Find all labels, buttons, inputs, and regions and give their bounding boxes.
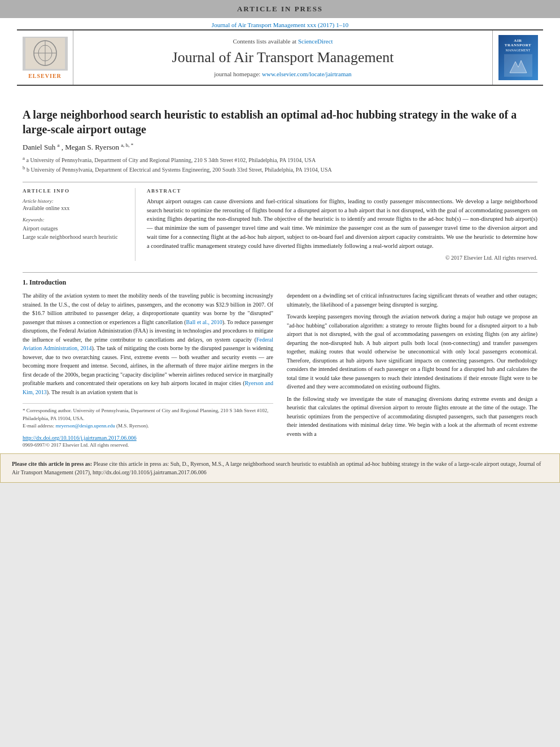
main-content: A large neighborhood search heuristic to… [0, 86, 560, 453]
journal-title: Journal of Air Transport Management [172, 49, 394, 66]
email-person: (M.S. Ryerson). [116, 423, 149, 429]
article-in-press-banner: ARTICLE IN PRESS [0, 0, 560, 18]
body-col-left: The ability of the aviation system to me… [23, 291, 273, 448]
elsevier-logo-area: ELSEVIER [17, 30, 73, 85]
keyword-2: Large scale neighborhood search heuristi… [23, 233, 127, 241]
journal-ref-line: Journal of Air Transport Management xxx … [0, 18, 560, 29]
please-cite-label: Please cite this article in press as: [12, 461, 92, 467]
elsevier-label: ELSEVIER [28, 73, 62, 79]
footnote-section: * Corresponding author. University of Pe… [23, 403, 273, 430]
journal-thumbnail: AIR TRANSPORT MANAGEMENT [498, 35, 538, 80]
doi-section: http://dx.doi.org/10.1016/j.jairtraman.2… [23, 435, 273, 448]
homepage-line: journal homepage: www.elsevier.com/locat… [214, 71, 352, 77]
abstract-label: ABSTRACT [147, 188, 537, 194]
affiliation-a: a a University of Pennsylvania, Departme… [23, 155, 537, 163]
keywords-label: Keywords: [23, 217, 127, 222]
article-title: A large neighborhood search heuristic to… [23, 107, 537, 137]
contents-text: Contents lists available at [233, 38, 296, 45]
ref-ryerson[interactable]: Ryerson and Kim, 2013 [23, 380, 273, 395]
intro-para2: dependent on a dwindling set of critical… [287, 291, 537, 309]
article-info-column: ARTICLE INFO Article history: Available … [23, 188, 135, 261]
banner-text: ARTICLE IN PRESS [237, 5, 323, 13]
intro-heading: 1. Introduction [23, 278, 537, 287]
author-daniel: Daniel Suh [23, 143, 57, 151]
author-separator: , Megan S. Ryerson [62, 143, 121, 151]
intro-para4: In the following study we investigate th… [287, 395, 537, 439]
intro-para1: The ability of the aviation system to me… [23, 291, 273, 396]
intro-para3: Towards keeping passengers moving throug… [287, 312, 537, 391]
body-two-col: The ability of the aviation system to me… [23, 291, 537, 448]
body-col-right: dependent on a dwindling set of critical… [287, 291, 537, 448]
keyword-1: Airport outages [23, 224, 127, 233]
history-label: Article history: [23, 198, 127, 204]
affiliation-a-text: a University of Pennsylvania, Department… [27, 158, 316, 164]
journal-thumbnail-area: AIR TRANSPORT MANAGEMENT [492, 30, 543, 85]
authors-line: Daniel Suh a , Megan S. Ryerson a, b, * [23, 142, 537, 152]
journal-ref-text: Journal of Air Transport Management xxx … [212, 21, 348, 28]
page: ARTICLE IN PRESS Journal of Air Transpor… [0, 0, 560, 483]
journal-header: ELSEVIER Contents lists available at Sci… [17, 29, 543, 86]
footnote-star: * Corresponding author. University of Pe… [23, 407, 273, 422]
contents-line: Contents lists available at ScienceDirec… [233, 38, 333, 45]
homepage-label: journal homepage: [214, 71, 260, 77]
journal-header-center: Contents lists available at ScienceDirec… [73, 30, 492, 85]
homepage-url[interactable]: www.elsevier.com/locate/jairtraman [262, 71, 352, 77]
info-abstract-section: ARTICLE INFO Article history: Available … [23, 182, 537, 261]
citation-bar: Please cite this article in press as: Pl… [0, 453, 560, 483]
article-info-label: ARTICLE INFO [23, 188, 127, 194]
body-section: 1. Introduction The ability of the aviat… [23, 272, 537, 448]
doi-link[interactable]: http://dx.doi.org/10.1016/j.jairtraman.2… [23, 435, 273, 441]
issn-text: 0969-6997/© 2017 Elsevier Ltd. All right… [23, 442, 273, 448]
affiliation-b-text: b University of Pennsylvania, Department… [27, 167, 332, 173]
affiliation-b: b b University of Pennsylvania, Departme… [23, 165, 537, 173]
ref-faa[interactable]: Federal Aviation Administration, 2014 [23, 337, 273, 352]
email-link[interactable]: mryerson@design.upenn.edu [55, 423, 115, 429]
available-online: Available online xxx [23, 205, 127, 211]
elsevier-logo-image [23, 37, 68, 71]
abstract-text: Abrupt airport outages can cause diversi… [147, 197, 537, 251]
copyright-text: © 2017 Elsevier Ltd. All rights reserved… [147, 255, 537, 261]
abstract-column: ABSTRACT Abrupt airport outages can caus… [147, 188, 537, 261]
footnote-email: E-mail address: mryerson@design.upenn.ed… [23, 422, 273, 430]
sciencedirect-link[interactable]: ScienceDirect [298, 38, 333, 45]
ref-ball[interactable]: Ball et al., 2010 [186, 319, 222, 325]
